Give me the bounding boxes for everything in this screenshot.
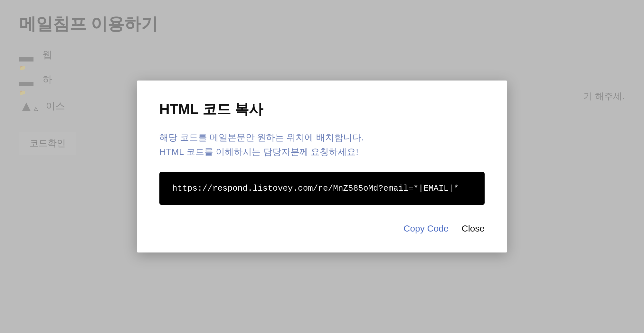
modal-title: HTML 코드 복사 <box>159 100 485 119</box>
modal-description-line2: HTML 코드를 이해하시는 담당자분께 요청하세요! <box>159 145 485 159</box>
modal-footer: Copy Code Close <box>159 221 485 236</box>
code-block: https://respond.listovey.com/re/MnZ585oM… <box>159 172 485 205</box>
modal-dialog: HTML 코드 복사 해당 코드를 메일본문안 원하는 위치에 배치합니다. H… <box>137 81 507 253</box>
modal-description: 해당 코드를 메일본문안 원하는 위치에 배치합니다. HTML 코드를 이해하… <box>159 130 485 159</box>
copy-code-button[interactable]: Copy Code <box>403 221 449 236</box>
modal-description-line1: 해당 코드를 메일본문안 원하는 위치에 배치합니다. <box>159 130 485 145</box>
close-button[interactable]: Close <box>461 221 485 236</box>
modal-overlay: HTML 코드 복사 해당 코드를 메일본문안 원하는 위치에 배치합니다. H… <box>0 0 644 333</box>
code-text: https://respond.listovey.com/re/MnZ585oM… <box>172 184 459 193</box>
